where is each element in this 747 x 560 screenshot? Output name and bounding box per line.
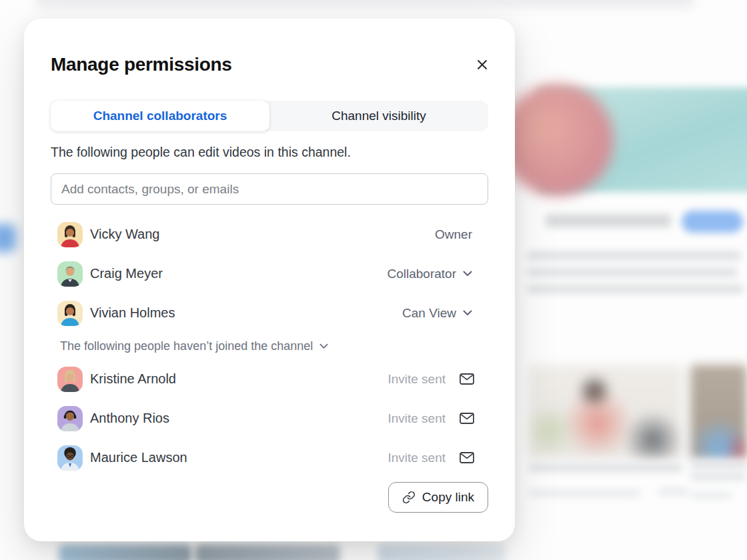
invite-status: Invite sent xyxy=(388,372,446,387)
chevron-down-icon xyxy=(463,271,472,277)
blurred-paragraph-line xyxy=(527,268,738,277)
resend-invite-button[interactable] xyxy=(460,452,474,463)
blurred-video-title xyxy=(690,473,747,480)
member-name: Kristine Arnold xyxy=(90,371,176,387)
member-role-owner: Owner xyxy=(435,227,488,242)
tab-channel-visibility[interactable]: Channel visibility xyxy=(269,101,488,131)
tab-channel-collaborators[interactable]: Channel collaborators xyxy=(51,101,269,131)
dialog-header: Manage permissions xyxy=(51,53,488,77)
member-role-label: Can View xyxy=(402,306,456,321)
chevron-down-icon xyxy=(319,343,328,349)
avatar xyxy=(57,406,83,431)
avatar xyxy=(57,261,83,287)
manage-permissions-dialog: Manage permissions Channel collaborators… xyxy=(24,19,515,541)
blurred-left-link xyxy=(0,224,16,252)
copy-link-button[interactable]: Copy link xyxy=(388,482,488,513)
avatar xyxy=(57,222,83,247)
member-name: Maurice Lawson xyxy=(90,450,187,465)
add-contacts-input[interactable] xyxy=(51,173,488,205)
avatar xyxy=(57,367,83,392)
resend-invite-button[interactable] xyxy=(460,373,474,385)
blurred-channel-avatar xyxy=(502,84,614,196)
envelope-icon xyxy=(460,373,474,385)
blurred-bottom-thumbnail xyxy=(195,545,340,560)
envelope-icon xyxy=(460,413,474,424)
member-row: Craig Meyer Collaborator xyxy=(51,254,488,293)
member-name: Craig Meyer xyxy=(90,266,163,281)
member-role-dropdown[interactable]: Collaborator xyxy=(388,263,489,285)
close-icon xyxy=(476,58,489,71)
collaborator-list: Vicky Wang Owner Craig Meyer Coll xyxy=(51,215,488,477)
member-row: Vicky Wang Owner xyxy=(51,215,488,254)
pending-section-toggle[interactable]: The following people haven’t joined the … xyxy=(51,333,488,359)
blurred-channel-meta-text xyxy=(546,214,671,227)
avatar xyxy=(57,445,83,471)
blurred-video-title xyxy=(528,463,683,472)
blurred-paragraph-line xyxy=(527,285,744,293)
pending-member-row: Anthony Rios Invite sent xyxy=(51,399,488,438)
envelope-icon xyxy=(460,452,474,463)
blurred-video-meta xyxy=(690,492,732,499)
avatar xyxy=(57,301,83,326)
member-name: Anthony Rios xyxy=(90,411,169,426)
tab-bar: Channel collaborators Channel visibility xyxy=(51,101,488,131)
pending-member-row: Kristine Arnold Invite sent xyxy=(51,359,488,399)
dialog-title: Manage permissions xyxy=(51,54,232,75)
pending-section-label: The following people haven’t joined the … xyxy=(60,339,313,353)
blurred-bottom-thumbnail xyxy=(378,545,506,560)
blurred-video-title xyxy=(690,461,747,469)
blurred-video-thumbnail xyxy=(690,365,747,459)
blurred-video-meta xyxy=(528,489,640,497)
member-name: Vivian Holmes xyxy=(90,305,175,321)
blurred-video-actions xyxy=(658,488,688,495)
resend-invite-button[interactable] xyxy=(460,413,474,424)
screen: Manage permissions Channel collaborators… xyxy=(0,0,747,560)
blurred-top-bar xyxy=(37,0,694,8)
member-role-label: Collaborator xyxy=(388,267,457,281)
dialog-footer: Copy link xyxy=(51,482,488,513)
close-button[interactable] xyxy=(471,53,494,76)
invite-status: Invite sent xyxy=(388,411,446,426)
blurred-bottom-thumbnail xyxy=(59,545,192,560)
copy-link-label: Copy link xyxy=(422,490,474,505)
pending-member-row: Maurice Lawson Invite sent xyxy=(51,438,488,477)
blurred-video-thumbnail xyxy=(528,365,682,459)
link-icon xyxy=(402,491,416,504)
blurred-blue-button xyxy=(682,211,743,233)
member-row: Vivian Holmes Can View xyxy=(51,293,488,333)
member-role-dropdown[interactable]: Can View xyxy=(402,302,488,325)
chevron-down-icon xyxy=(463,310,472,316)
member-name: Vicky Wang xyxy=(90,227,159,242)
blurred-paragraph-line xyxy=(527,251,742,260)
invite-status: Invite sent xyxy=(388,451,446,465)
dialog-description: The following people can edit videos in … xyxy=(51,143,488,161)
